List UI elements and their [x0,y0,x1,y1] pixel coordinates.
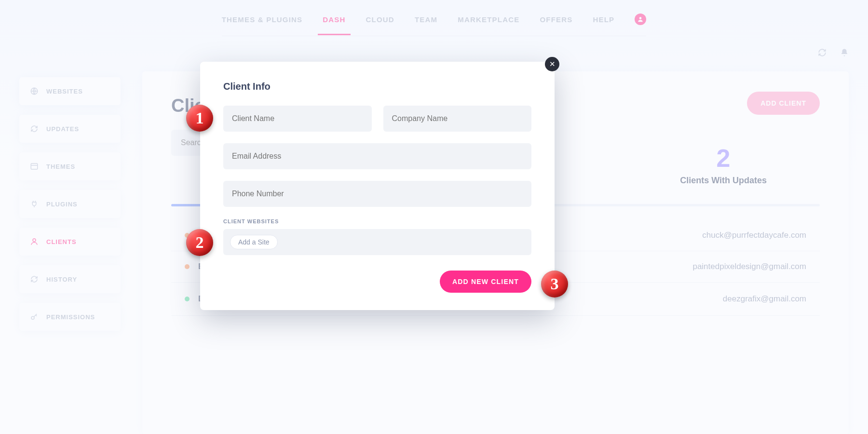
svg-point-0 [639,17,642,19]
add-client-button[interactable]: ADD CLIENT [747,92,820,115]
sidebar-item-updates[interactable]: UPDATES [19,115,121,143]
modal-title: Client Info [223,81,531,92]
phone-field[interactable] [223,181,531,207]
status-dot [185,297,190,301]
sidebar-item-label: CLIENTS [46,238,77,245]
stat-label: Clients With Updates [680,176,767,186]
nav-themes-plugins[interactable]: THEMES & PLUGINS [222,15,303,24]
nav-offers[interactable]: OFFERS [540,15,572,24]
stat-value: 2 [680,144,767,173]
sidebar-item-themes[interactable]: THEMES [19,152,121,180]
sidebar-item-websites[interactable]: WEBSITES [19,77,121,105]
refresh-icon [30,275,39,284]
sidebar-item-label: UPDATES [46,125,79,133]
sidebar: WEBSITES UPDATES THEMES PLUGINS CLIENTS … [19,77,121,331]
add-new-client-button[interactable]: ADD NEW CLIENT [440,271,531,293]
svg-rect-2 [31,163,38,169]
svg-point-3 [33,239,36,242]
sidebar-item-label: WEBSITES [46,88,83,95]
sidebar-item-label: THEMES [46,163,75,170]
sidebar-item-label: HISTORY [46,276,77,283]
nav-team[interactable]: TEAM [415,15,437,24]
sidebar-item-label: PERMISSIONS [46,313,95,321]
stat-block: 2 Clients With Updates [680,144,767,186]
email-field[interactable] [223,143,531,169]
nav-help[interactable]: HELP [593,15,614,24]
refresh-icon [30,124,39,133]
top-nav-inner: THEMES & PLUGINS DASH CLOUD TEAM MARKETP… [222,14,647,36]
sidebar-item-clients[interactable]: CLIENTS [19,228,121,256]
client-email: paintedpixeldesign@gmail.com [692,262,806,271]
sidebar-item-history[interactable]: HISTORY [19,265,121,293]
nav-marketplace[interactable]: MARKETPLACE [458,15,519,24]
close-icon[interactable]: ✕ [545,57,559,71]
sidebar-item-permissions[interactable]: PERMISSIONS [19,303,121,331]
client-websites-box: Add a Site [223,229,531,255]
sidebar-item-label: PLUGINS [46,201,78,208]
plug-icon [30,200,39,208]
top-nav: THEMES & PLUGINS DASH CLOUD TEAM MARKETP… [0,0,868,36]
user-icon [30,237,39,246]
sidebar-item-plugins[interactable]: PLUGINS [19,190,121,218]
bell-icon[interactable] [840,48,849,59]
key-icon [30,312,39,321]
svg-point-4 [31,316,34,319]
callout-2: 2 [186,229,213,256]
window-icon [30,162,39,171]
globe-icon [30,87,39,95]
callout-3: 3 [541,271,568,298]
client-name-field[interactable] [223,106,372,132]
client-email: chuck@purrfectdaycafe.com [702,231,806,240]
add-site-chip[interactable]: Add a Site [230,235,278,249]
client-websites-label: CLIENT WEBSITES [223,218,531,224]
company-name-field[interactable] [383,106,532,132]
user-avatar-icon[interactable] [635,14,646,25]
client-email: deezgrafix@gmail.com [723,294,806,304]
callout-1: 1 [186,105,213,132]
refresh-icon[interactable] [818,48,827,59]
client-info-modal: ✕ Client Info CLIENT WEBSITES Add a Site… [200,62,555,310]
utility-icons [818,48,849,59]
status-dot [185,264,190,269]
nav-cloud[interactable]: CLOUD [366,15,394,24]
nav-dash[interactable]: DASH [323,15,345,24]
